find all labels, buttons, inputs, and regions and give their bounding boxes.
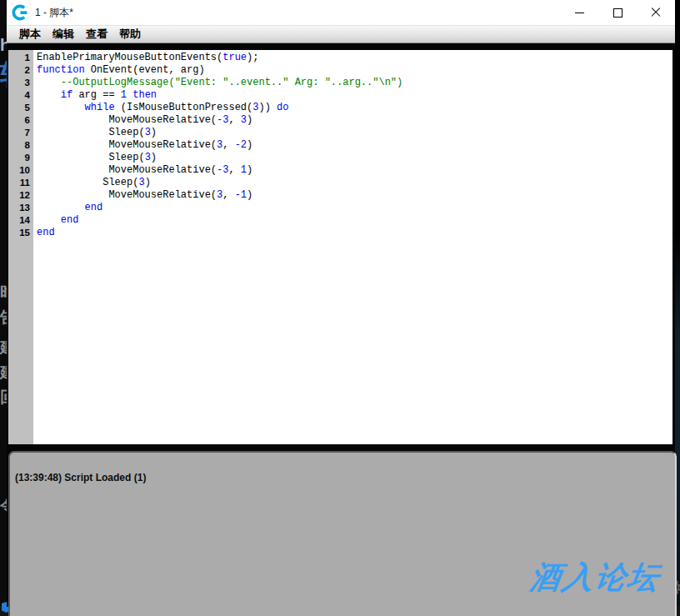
line-number: 13 [8, 202, 33, 214]
screen: h轩时告建建回令 ⚙ ⚙ Y ⚙ 1 - 脚本* [0, 0, 680, 616]
console-message: (13:39:48) Script Loaded (1) [15, 472, 675, 483]
line-number: 4 [8, 89, 33, 102]
code-line[interactable]: 5 while (IsMouseButtonPressed(3)) do [8, 102, 672, 114]
code-text[interactable]: MoveMouseRelative(-3, 1) [33, 164, 672, 177]
code-text[interactable]: MoveMouseRelative(3, -2) [33, 139, 672, 152]
code-text[interactable]: EnablePrimaryMouseButtonEvents(true); [33, 52, 672, 64]
code-line[interactable]: 12 MoveMouseRelative(3, -1) [8, 189, 672, 202]
line-number: 3 [8, 77, 33, 89]
code-line[interactable]: 7 Sleep(3) [8, 127, 672, 139]
menu-edit[interactable]: 编辑 [47, 26, 80, 43]
menu-bar: 脚本 编辑 查看 帮助 [7, 26, 675, 43]
desktop-left-strip: h轩时告建建回令 [0, 0, 7, 616]
code-text[interactable]: Sleep(3) [33, 127, 672, 139]
maximize-button[interactable] [598, 0, 637, 25]
line-number: 6 [8, 114, 33, 127]
code-text[interactable]: function OnEvent(event, arg) [33, 64, 672, 77]
line-number: 5 [8, 102, 33, 114]
code-text[interactable]: Sleep(3) [33, 152, 672, 164]
line-number: 9 [8, 152, 33, 164]
desktop-text-fragment: 回 [0, 389, 7, 405]
code-line[interactable]: 6 MoveMouseRelative(-3, 3) [8, 114, 672, 127]
line-number: 10 [8, 164, 33, 177]
menu-help[interactable]: 帮助 [113, 26, 147, 43]
code-line[interactable]: 14 end [8, 214, 672, 227]
desktop-text-fragment: h [0, 37, 7, 53]
code-line[interactable]: 11 Sleep(3) [8, 177, 672, 189]
code-line[interactable]: 10 MoveMouseRelative(-3, 1) [8, 164, 672, 177]
code-text[interactable]: end [33, 202, 672, 214]
code-line[interactable]: 13 end [8, 202, 672, 214]
menu-view[interactable]: 查看 [80, 26, 113, 43]
menu-script[interactable]: 脚本 [13, 26, 47, 43]
close-button[interactable] [637, 0, 675, 25]
code-line[interactable]: 2function OnEvent(event, arg) [8, 64, 672, 77]
minimize-icon [575, 13, 584, 13]
code-line[interactable]: 3 --OutputLogMessage("Event: "..event.."… [8, 77, 672, 89]
line-number: 1 [8, 52, 33, 64]
editor-lines: 1EnablePrimaryMouseButtonEvents(true);2f… [8, 52, 672, 239]
code-text[interactable]: end [33, 214, 672, 227]
code-text[interactable]: MoveMouseRelative(-3, 3) [33, 114, 672, 127]
code-line[interactable]: 4 if arg == 1 then [8, 89, 672, 102]
code-line[interactable]: 15end [8, 227, 672, 239]
code-text[interactable]: end [33, 227, 672, 239]
watermark-text: 酒入论坛 [528, 562, 662, 593]
close-icon [651, 8, 661, 18]
script-editor-window: 1 - 脚本* 脚本 编辑 查看 帮助 1EnablePrimaryMouseB… [7, 0, 675, 607]
desktop-text-fragment: 告 [0, 309, 7, 325]
code-text[interactable]: --OutputLogMessage("Event: "..event.." A… [33, 77, 672, 89]
code-text[interactable]: while (IsMouseButtonPressed(3)) do [33, 102, 672, 114]
code-line[interactable]: 1EnablePrimaryMouseButtonEvents(true); [8, 52, 672, 64]
code-line[interactable]: 8 MoveMouseRelative(3, -2) [8, 139, 672, 152]
desktop-text-fragment: 时 [0, 284, 7, 300]
minimize-button[interactable] [560, 0, 598, 25]
desktop-text-fragment: 令 [0, 498, 7, 513]
line-number: 14 [8, 214, 33, 227]
code-editor[interactable]: 1EnablePrimaryMouseButtonEvents(true);2f… [8, 50, 672, 444]
line-number: 7 [8, 127, 33, 139]
logitech-g-icon [12, 4, 28, 21]
desktop-text-fragment: 建 [0, 364, 7, 380]
line-number: 12 [8, 189, 33, 202]
desktop-text-fragment: 建 [0, 339, 7, 355]
code-text[interactable]: if arg == 1 then [33, 89, 672, 102]
desktop-text-fragment: 轩 [0, 60, 7, 88]
code-text[interactable]: MoveMouseRelative(3, -1) [33, 189, 672, 202]
title-bar[interactable]: 1 - 脚本* [7, 0, 675, 26]
window-title: 1 - 脚本* [35, 6, 73, 20]
code-text[interactable]: Sleep(3) [33, 177, 672, 189]
line-number: 8 [8, 139, 33, 152]
line-number: 2 [8, 64, 33, 77]
line-number: 11 [8, 177, 33, 189]
line-number: 15 [8, 227, 33, 239]
code-line[interactable]: 9 Sleep(3) [8, 152, 672, 164]
maximize-icon [613, 8, 622, 18]
